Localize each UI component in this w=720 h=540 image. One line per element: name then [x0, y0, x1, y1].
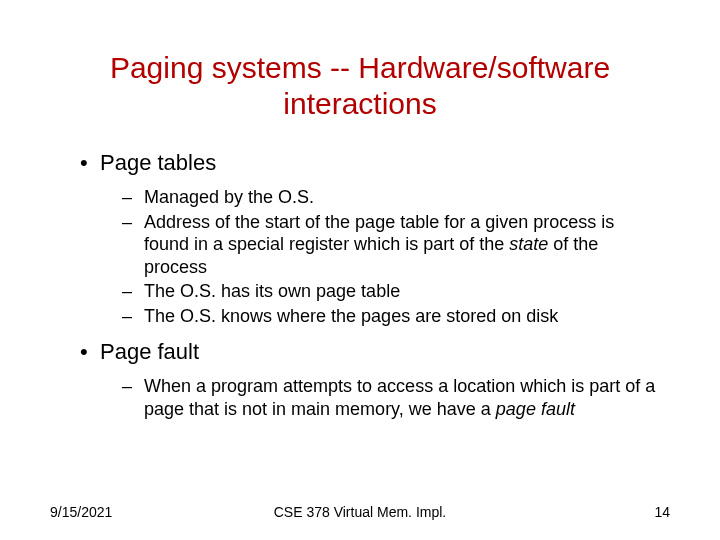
sub-text: Managed by the O.S. — [144, 187, 314, 207]
sub-item: The O.S. has its own page table — [122, 280, 660, 303]
bullet-text: Page tables — [100, 150, 216, 175]
sub-list: Managed by the O.S. Address of the start… — [100, 186, 660, 327]
slide-title: Paging systems -- Hardware/software inte… — [60, 50, 660, 122]
sub-text: When a program attempts to access a loca… — [144, 376, 655, 419]
sub-text: The O.S. has its own page table — [144, 281, 400, 301]
sub-item: Managed by the O.S. — [122, 186, 660, 209]
sub-text: The O.S. knows where the pages are store… — [144, 306, 558, 326]
emphasis: state — [509, 234, 548, 254]
footer: 9/15/2021 CSE 378 Virtual Mem. Impl. 14 — [0, 504, 720, 520]
emphasis: page fault — [496, 399, 575, 419]
footer-course: CSE 378 Virtual Mem. Impl. — [0, 504, 720, 520]
sub-list: When a program attempts to access a loca… — [100, 375, 660, 420]
bullet-item: Page fault When a program attempts to ac… — [80, 339, 660, 420]
slide: Paging systems -- Hardware/software inte… — [0, 0, 720, 540]
bullet-item: Page tables Managed by the O.S. Address … — [80, 150, 660, 327]
sub-item: When a program attempts to access a loca… — [122, 375, 660, 420]
sub-item: Address of the start of the page table f… — [122, 211, 660, 279]
bullet-list: Page tables Managed by the O.S. Address … — [60, 150, 660, 420]
sub-item: The O.S. knows where the pages are store… — [122, 305, 660, 328]
bullet-text: Page fault — [100, 339, 199, 364]
